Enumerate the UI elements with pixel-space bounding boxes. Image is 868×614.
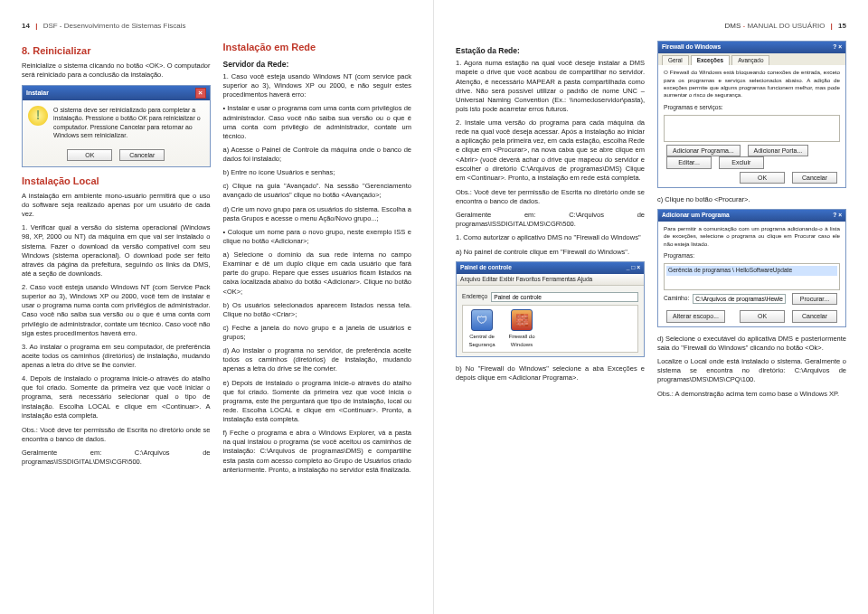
dialog-message: O sistema deve ser reinicializado para c…: [53, 106, 204, 140]
s8-text: Reinicialize o sistema clicando no botão…: [22, 61, 211, 80]
close-icon[interactable]: ×: [195, 88, 206, 99]
rede-bul2: • Coloque um nome para o novo grupo, nes…: [223, 228, 412, 246]
header-left: 14 | DSF - Desenvolvimento de Sistemas F…: [22, 22, 411, 32]
sep-icon: |: [32, 22, 41, 30]
local-p3: 2. Caso você esteja usando Windows NT (c…: [22, 283, 211, 338]
shield-icon: 🛡: [471, 309, 493, 331]
path-label: Caminho:: [664, 295, 689, 303]
rede-f: f) Feche o programa e abra o Windows Exp…: [223, 429, 412, 475]
cancel-button[interactable]: Cancelar: [792, 310, 837, 322]
right-columns: Estação da Rede: 1. Agora numa estação n…: [456, 41, 846, 595]
panel-control: Painel de controle _ □ × Arquivo Editar …: [456, 261, 645, 357]
left-columns: 8. Reinicializar Reinicialize o sistema …: [22, 41, 411, 595]
local-p4: 3. Ao instalar o programa em seu computa…: [22, 343, 211, 370]
header-right: DMS - MANUAL DO USUÁRIO | 15: [456, 22, 846, 32]
est-obs1: Obs.: Você deve ter permissão de Escrita…: [456, 188, 645, 206]
page-number-left: 14: [22, 22, 30, 30]
path-input[interactable]: [693, 294, 786, 304]
window-controls[interactable]: ? ×: [833, 43, 842, 52]
local-obs2: Geralmente em: C:\Arquivos de programas\…: [22, 449, 211, 467]
page-left: 14 | DSF - Desenvolvimento de Sistemas F…: [0, 0, 434, 614]
estacao-subtitle: Estação da Rede:: [456, 46, 645, 56]
address-input[interactable]: [491, 292, 638, 302]
est-c: c) Clique no botão <Procurar>.: [657, 195, 846, 204]
dialog-title: Instalar: [26, 89, 49, 97]
est-p3: 1. Como autorizar o aplicativo DMS no "F…: [456, 233, 645, 242]
sep-icon: |: [827, 22, 836, 30]
section-8-title: 8. Reinicializar: [22, 44, 211, 58]
doc-title-right: MANUAL DO USUÁRIO: [747, 22, 825, 30]
panel-add-program: Adicionar um Programa ? × Para permitir …: [657, 209, 846, 327]
window-controls[interactable]: ? ×: [833, 212, 842, 220]
local-p1: A instalação em ambiente mono-usuário pe…: [22, 192, 211, 219]
cancel-button[interactable]: Cancelar: [119, 149, 165, 161]
est-a: a) No painel de controle clique em "Fire…: [456, 248, 645, 257]
delete-button[interactable]: Excluir: [719, 156, 764, 168]
rede-a2: a) Selecione o domínio da sua rede inter…: [223, 250, 412, 297]
add-port-button[interactable]: Adicionar Porta...: [748, 145, 809, 156]
ok-button[interactable]: OK: [740, 172, 785, 184]
rede-d: d) Crie um novo grupo para os usuários d…: [223, 205, 412, 223]
rede-c: c) Clique na guia "Avançado". Na sessão …: [223, 182, 412, 200]
dialog-instalar: Instalar × ! O sistema deve ser reinicia…: [22, 85, 211, 167]
rede-c2: c) Feche a janela do novo grupo e a jane…: [223, 324, 412, 342]
tab-geral[interactable]: Geral: [662, 55, 689, 66]
rede-a: a) Acesse o Painel de Controle da máquin…: [223, 146, 412, 164]
page-number-right: 15: [838, 22, 846, 30]
section-rede-title: Instalação em Rede: [223, 41, 412, 54]
edit-button[interactable]: Editar...: [666, 156, 712, 168]
warning-icon: !: [28, 106, 48, 126]
est-loc: Localize o Local onde está instalado o s…: [657, 357, 846, 384]
servidor-subtitle: Servidor da Rede:: [223, 60, 412, 70]
list-item[interactable]: Gerência de programas \ HelloSoftwareUpd…: [666, 266, 837, 276]
est-obs2: Geralmente em: C:\Arquivos de programas\…: [456, 211, 645, 229]
tab-excecoes[interactable]: Exceções: [691, 55, 731, 66]
est-d: d) Selecione o executável do aplicativa …: [657, 335, 846, 353]
local-p5: 4. Depois de instalado o programa inicie…: [22, 374, 211, 420]
ok-button[interactable]: OK: [67, 149, 112, 161]
rede-e: e) Depois de instalado o programa inicie…: [223, 379, 412, 425]
ok-button[interactable]: OK: [740, 310, 785, 322]
fw-list-label: Programas e serviços:: [664, 104, 840, 112]
scope-button[interactable]: Alterar escopo...: [666, 310, 725, 322]
menu-bar[interactable]: Arquivo Editar Exibir Favoritos Ferramen…: [457, 274, 644, 287]
panel-title: Adicionar um Programa: [662, 212, 730, 220]
icon-firewall[interactable]: 🧱 Firewall do Windows: [506, 309, 537, 347]
rede-b1: • Instalar e usar o programa com uma con…: [223, 104, 412, 141]
local-p2: 1. Verificar qual a versão do sistema op…: [22, 223, 211, 279]
rede-d2: d) Ao instalar o programa no servidor, d…: [223, 346, 412, 373]
fw-listbox[interactable]: [664, 115, 840, 142]
firewall-icon: 🧱: [511, 309, 533, 331]
est-b: b) No "Firewall do Windows" selecione a …: [456, 364, 645, 383]
address-label: Endereço: [462, 293, 487, 301]
add-list-label: Programas:: [664, 252, 840, 260]
page-right: DMS - MANUAL DO USUÁRIO | 15 Estação da …: [434, 0, 868, 614]
window-controls[interactable]: _ □ ×: [627, 264, 640, 272]
icon-security-center[interactable]: 🛡 Central de Segurança: [467, 309, 497, 347]
add-instr: Para permitir a comunicação com um progr…: [664, 225, 840, 248]
est-p2: 2. Instale uma versão do programa para c…: [456, 118, 645, 183]
add-program-button[interactable]: Adicionar Programa...: [666, 145, 741, 156]
fw-instr: O Firewall do Windows está bloqueando co…: [664, 69, 840, 99]
rede-b2: b) Os usuários selecionados aparecem lis…: [223, 301, 412, 319]
rede-p1: 1. Caso você esteja usando Windows NT (c…: [223, 72, 412, 99]
local-obs1: Obs.: Você deve ter permissão de Escrita…: [22, 426, 211, 444]
cancel-button[interactable]: Cancelar: [792, 172, 837, 184]
est-p1: 1. Agora numa estação na qual você desej…: [456, 59, 645, 114]
panel-title: Painel de controle: [460, 264, 512, 272]
add-listbox[interactable]: Gerência de programas \ HelloSoftwareUpd…: [664, 263, 840, 290]
doc-title-left: DSF - Desenvolvimento de Sistemas Fiscai…: [43, 22, 186, 30]
brand-dms: DMS: [725, 22, 741, 30]
rede-b: b) Entre no ícone Usuários e senhas;: [223, 168, 412, 177]
browse-button[interactable]: Procurar...: [792, 293, 837, 305]
panel-firewall: Firewall do Windows ? × Geral Exceções A…: [657, 41, 846, 188]
panel-title: Firewall do Windows: [662, 43, 721, 52]
est-obs3: Obs.: A demonstração acima tem como base…: [657, 390, 846, 399]
tab-avancado[interactable]: Avançado: [731, 55, 769, 66]
section-local-title: Instalação Local: [22, 175, 211, 188]
